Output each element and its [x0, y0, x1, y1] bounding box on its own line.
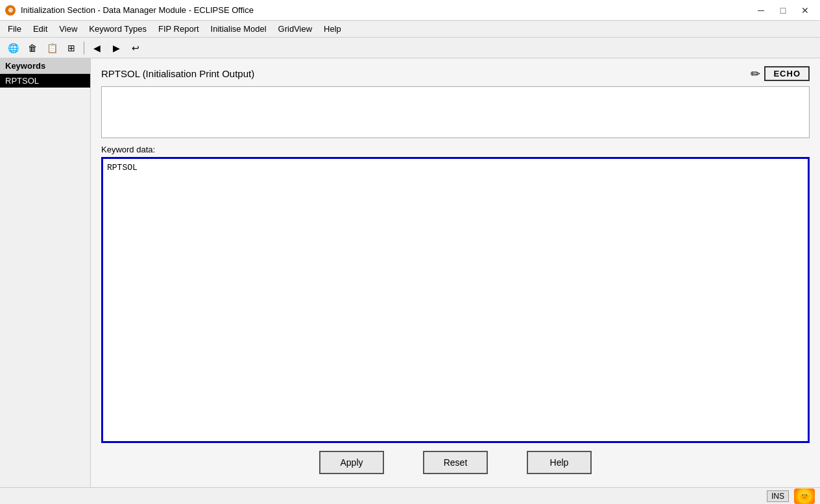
window-controls: ─ □ ✕ [751, 3, 815, 18]
window-title: Initialization Section - Data Manager Mo… [21, 5, 254, 15]
forward-button[interactable]: ▶ [107, 40, 125, 56]
sidebar: Keywords RPTSOL [0, 58, 91, 487]
description-box [101, 86, 810, 138]
copy-button[interactable]: 📋 [43, 40, 61, 56]
menu-help[interactable]: Help [319, 23, 346, 35]
main-area: Keywords RPTSOL RPTSOL (Initialisation P… [0, 58, 820, 487]
menu-keyword-types[interactable]: Keyword Types [84, 23, 152, 35]
menu-initialise-model[interactable]: Initialise Model [206, 23, 272, 35]
button-row: Apply Reset Help [101, 451, 810, 479]
keyword-data-label: Keyword data: [101, 145, 810, 154]
menu-fip-report[interactable]: FIP Report [153, 23, 204, 35]
grid-button[interactable]: ⊞ [62, 40, 80, 56]
echo-button[interactable]: ECHO [764, 66, 810, 81]
menu-file[interactable]: File [3, 23, 27, 35]
maximize-button[interactable]: □ [773, 3, 793, 18]
sidebar-list: RPTSOL [0, 74, 90, 487]
delete-button[interactable]: 🗑 [23, 40, 42, 56]
menu-bar: File Edit View Keyword Types FIP Report … [0, 21, 820, 38]
toolbar: 🌐 🗑 📋 ⊞ ◀ ▶ ↩ [0, 38, 820, 58]
apply-button[interactable]: Apply [319, 451, 384, 474]
back-button[interactable]: ◀ [88, 40, 106, 56]
sun-icon: 🌞 [794, 488, 815, 504]
undo-button[interactable]: ↩ [127, 40, 145, 56]
globe-button[interactable]: 🌐 [4, 40, 22, 56]
menu-gridview[interactable]: GridView [273, 23, 318, 35]
close-button[interactable]: ✕ [795, 3, 815, 18]
pencil-icon[interactable]: ✏ [751, 67, 760, 81]
sidebar-header: Keywords [0, 58, 90, 74]
reset-button[interactable]: Reset [423, 451, 488, 474]
title-bar: ⊕ Initialization Section - Data Manager … [0, 0, 820, 21]
menu-edit[interactable]: Edit [28, 23, 53, 35]
content-panel: RPTSOL (Initialisation Print Output) ✏ E… [91, 58, 820, 487]
menu-view[interactable]: View [54, 23, 82, 35]
ins-indicator: INS [767, 490, 789, 502]
section-title-controls: ✏ ECHO [751, 66, 810, 81]
keyword-data-textarea[interactable]: RPTSOL [101, 157, 810, 443]
toolbar-separator [84, 42, 84, 54]
app-icon: ⊕ [5, 5, 16, 16]
help-button[interactable]: Help [527, 451, 592, 474]
section-title-bar: RPTSOL (Initialisation Print Output) ✏ E… [101, 66, 810, 81]
status-bar: INS 🌞 [0, 487, 820, 504]
section-title-text: RPTSOL (Initialisation Print Output) [101, 68, 254, 79]
sidebar-item-rptsol[interactable]: RPTSOL [0, 74, 90, 88]
minimize-button[interactable]: ─ [751, 3, 771, 18]
